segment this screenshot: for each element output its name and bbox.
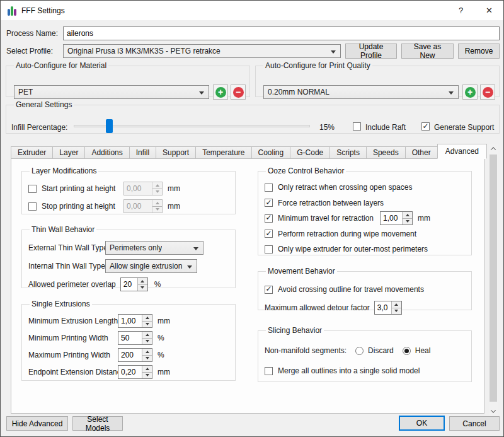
perimeter-overlap-row: Allowed perimeter overlap 20 % [28,277,229,291]
min-printing-width-value[interactable]: 50 [118,332,142,344]
only-retract-checkbox[interactable] [265,184,273,192]
external-thin-wall-value: Perimeters only [110,243,162,252]
spin-up-button[interactable] [392,301,401,308]
perimeter-overlap-value[interactable]: 20 [121,278,137,291]
detour-factor-value[interactable]: 3,0 [375,301,391,314]
spin-up-button [152,200,162,206]
vertical-scrollbar[interactable] [489,144,498,416]
min-extrusion-length-value[interactable]: 1,00 [118,315,142,327]
infill-slider[interactable] [74,118,310,134]
spin-down-button[interactable] [142,372,152,379]
heal-radio[interactable] [403,347,411,355]
chevron-up-icon [491,147,496,152]
perimeter-overlap-spinner[interactable]: 20 [120,277,148,291]
tab-extruder[interactable]: Extruder [11,146,53,159]
external-thin-wall-select[interactable]: Perimeters only [105,241,203,255]
detour-factor-spinner[interactable]: 3,0 [374,301,402,315]
close-button[interactable]: ✕ [475,1,503,20]
tab-layer[interactable]: Layer [52,146,85,159]
min-travel-checkbox[interactable]: ✓ [265,214,273,223]
stop-height-value: 0,00 [124,200,152,213]
material-select[interactable]: PET [14,85,209,99]
spin-down-button[interactable] [142,355,152,362]
spin-up-button[interactable] [142,349,152,355]
tab-other[interactable]: Other [405,146,438,159]
start-printing-label: Start printing at height [42,184,123,193]
slider-handle[interactable] [106,119,113,133]
single-extrusions-group: Single Extrusions Minimum Extrusion Leng… [21,300,236,381]
spin-up-button[interactable] [142,332,152,338]
add-quality-button[interactable]: + [462,84,478,100]
endpoint-extension-spinner[interactable]: 0,20 [118,365,152,379]
min-travel-spinner[interactable]: 1,00 [380,211,413,225]
spin-up-button[interactable] [403,212,412,218]
spin-down-button[interactable] [142,321,152,328]
start-printing-row: Start printing at height 0,00 mm [28,182,229,195]
min-printing-width-spinner[interactable]: 50 [118,331,152,345]
cancel-button[interactable]: Cancel [449,416,500,431]
spin-down-button[interactable] [138,284,147,291]
general-settings-group: General Settings Infill Percentage: 15% … [6,100,500,134]
include-raft-checkbox[interactable] [353,122,361,131]
profile-select[interactable]: Original Prusa i3 MK3/MK3S - PETG retrak… [63,44,341,58]
heal-label: Heal [415,346,431,355]
min-extrusion-length-spinner[interactable]: 1,00 [118,314,152,328]
generate-support-checkbox[interactable]: ✓ [421,122,430,131]
avoid-crossing-checkbox[interactable]: ✓ [265,286,273,294]
tab-support[interactable]: Support [156,146,196,159]
stop-height-unit: mm [168,202,180,211]
spin-down-button[interactable] [403,218,412,225]
max-printing-width-value[interactable]: 200 [118,349,142,361]
max-printing-width-spinner[interactable]: 200 [118,348,152,362]
internal-thin-wall-select[interactable]: Allow single extrusion fill [105,259,197,273]
remove-quality-button[interactable]: − [480,84,495,100]
spin-up-button[interactable] [142,315,152,321]
remove-material-button[interactable]: − [231,84,246,100]
select-models-button[interactable]: Select Models [72,416,123,431]
general-settings-title: General Settings [14,100,74,109]
hide-advanced-button[interactable]: Hide Advanced [6,416,68,431]
tab-infill[interactable]: Infill [129,146,156,159]
tab-speeds[interactable]: Speeds [366,146,406,159]
ok-button[interactable]: OK [399,416,445,431]
auto-configure-material-title: Auto-Configure for Material [14,61,108,70]
avoid-crossing-row: ✓ Avoid crossing outline for travel move… [265,283,465,296]
quality-select[interactable]: 0.20mm NORMAL [263,85,459,99]
wipe-outer-checkbox[interactable] [265,245,273,253]
force-retraction-label: Force retraction between layers [278,199,384,207]
force-retraction-checkbox[interactable]: ✓ [265,199,273,207]
spin-down-button[interactable] [392,308,401,315]
start-printing-checkbox[interactable] [28,185,37,193]
save-as-new-button[interactable]: Save as New [401,44,454,59]
scroll-down-button[interactable] [489,407,498,416]
tab-cooling[interactable]: Cooling [251,146,291,159]
spin-down-button [152,206,162,213]
merge-outlines-checkbox[interactable] [265,367,273,375]
detour-factor-label: Maximum allowed detour factor [265,303,370,312]
scrollbar-thumb[interactable] [490,154,497,402]
title-bar[interactable]: FFF Settings ? ✕ [1,1,503,20]
update-profile-button[interactable]: Update Profile [345,44,397,59]
spin-down-button[interactable] [142,338,152,345]
remove-profile-button[interactable]: Remove [458,44,500,59]
tab-scripts[interactable]: Scripts [329,146,367,159]
min-travel-value[interactable]: 1,00 [381,212,402,224]
max-printing-width-row: Maximum Printing Width 200 % [28,348,229,362]
spin-up-button[interactable] [138,278,147,284]
scrollbar-track[interactable] [489,153,498,407]
stop-printing-checkbox[interactable] [28,202,37,211]
wipe-retraction-checkbox[interactable]: ✓ [265,230,273,238]
discard-radio[interactable] [355,347,364,355]
check-icon: ✓ [265,285,272,293]
process-name-input[interactable] [63,26,500,40]
tab-additions[interactable]: Additions [84,146,129,159]
tab-temperature[interactable]: Temperature [195,146,251,159]
add-material-button[interactable]: + [213,84,228,100]
spin-up-button[interactable] [142,366,152,372]
tab-advanced[interactable]: Advanced [437,144,487,159]
help-button[interactable]: ? [447,1,475,20]
tab-gcode[interactable]: G-Code [290,146,330,159]
force-retraction-row: ✓ Force retraction between layers [265,197,465,209]
endpoint-extension-value[interactable]: 0,20 [118,366,142,378]
scroll-up-button[interactable] [489,144,498,153]
